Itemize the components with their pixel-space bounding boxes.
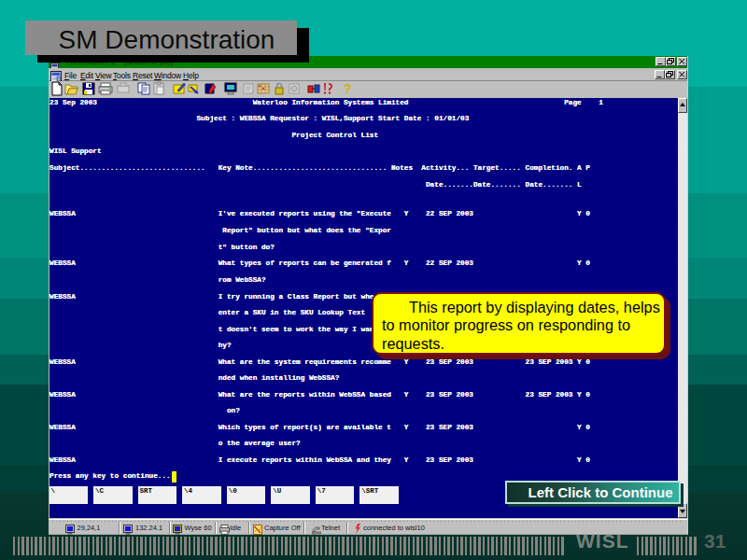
svg-text:?: ? [344, 81, 352, 96]
